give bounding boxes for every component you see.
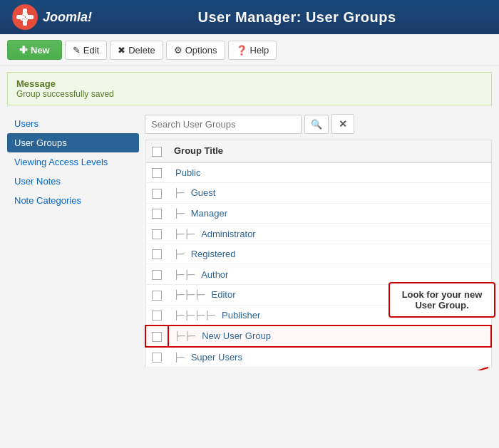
page-title: User Manager: User Groups xyxy=(106,9,488,26)
content-area: 🔍 ✕ Group Title Public├─ G xyxy=(145,111,492,368)
toolbar: ✚ New ✎ Edit ✖ Delete ⚙ Options ❓ Help xyxy=(0,34,499,66)
delete-icon: ✖ xyxy=(118,45,125,56)
callout-box: Look for your new User Group. xyxy=(389,282,495,318)
options-icon: ⚙ xyxy=(174,45,182,56)
tree-prefix: ├─├─ xyxy=(174,229,200,239)
plus-icon: ✚ xyxy=(19,44,28,56)
row-checkbox[interactable] xyxy=(152,168,162,178)
table-header-row: Group Title xyxy=(145,140,491,162)
sidebar-user-groups-label: User Groups xyxy=(14,137,67,148)
main-layout: Users User Groups Viewing Access Levels … xyxy=(7,111,492,368)
message-title: Message xyxy=(16,78,483,89)
table-row: Public xyxy=(145,162,491,183)
table-row: ├─ Guest xyxy=(145,183,491,204)
help-button[interactable]: ❓ Help xyxy=(228,41,277,60)
sidebar-item-viewing-access-levels[interactable]: Viewing Access Levels xyxy=(7,152,139,172)
group-title-link[interactable]: Editor xyxy=(212,289,236,300)
new-button[interactable]: ✚ New xyxy=(7,40,62,60)
group-title-link[interactable]: Manager xyxy=(191,208,227,219)
sidebar-item-users[interactable]: Users xyxy=(7,114,139,133)
sidebar: Users User Groups Viewing Access Levels … xyxy=(7,114,139,368)
table-container: Group Title Public├─ Guest├─ Manager├─├─… xyxy=(145,140,492,368)
tree-prefix: ├─ xyxy=(174,353,190,363)
help-label: Help xyxy=(250,45,269,56)
table-row: ├─├─ New User Group xyxy=(145,325,491,347)
sidebar-user-notes-label: User Notes xyxy=(14,176,61,187)
group-title-link[interactable]: New User Group xyxy=(202,330,271,341)
row-checkbox[interactable] xyxy=(152,209,162,219)
row-checkbox[interactable] xyxy=(152,332,162,342)
table-row: ├─ Manager xyxy=(145,203,491,224)
svg-text:J!: J! xyxy=(20,11,29,23)
tree-prefix: ├─├─├─├─ xyxy=(174,311,220,321)
clear-search-button[interactable]: ✕ xyxy=(331,114,354,134)
tree-prefix: ├─ xyxy=(174,209,190,219)
group-title-link[interactable]: Guest xyxy=(191,187,216,198)
tree-prefix: ├─├─├─ xyxy=(174,290,210,300)
delete-button[interactable]: ✖ Delete xyxy=(110,41,163,60)
group-title-link[interactable]: Author xyxy=(201,269,228,280)
options-label: Options xyxy=(185,45,217,56)
group-title-header: Group Title xyxy=(168,140,491,162)
group-title-link[interactable]: Registered xyxy=(191,249,236,259)
message-text: Group successfully saved xyxy=(16,89,483,99)
row-checkbox[interactable] xyxy=(152,189,162,199)
logo-area: J! Joomla! xyxy=(11,4,92,31)
search-input[interactable] xyxy=(145,115,302,134)
row-checkbox[interactable] xyxy=(152,270,162,280)
sidebar-note-categories-label: Note Categories xyxy=(14,195,81,206)
tree-prefix: ├─├─ xyxy=(175,331,200,341)
select-all-checkbox[interactable] xyxy=(152,147,162,157)
callout-arrow-icon xyxy=(431,368,495,370)
group-title-link[interactable]: Publisher xyxy=(222,310,260,321)
group-title-link[interactable]: Super Users xyxy=(191,352,242,363)
clear-icon: ✕ xyxy=(339,118,347,130)
row-checkbox[interactable] xyxy=(152,353,162,363)
message-box: Message Group successfully saved xyxy=(7,72,492,105)
search-bar: 🔍 ✕ xyxy=(145,114,492,134)
help-icon: ❓ xyxy=(236,45,247,56)
table-row: ├─├─ Administrator xyxy=(145,224,491,244)
row-checkbox[interactable] xyxy=(152,311,162,321)
edit-label: Edit xyxy=(83,45,99,56)
sidebar-viewing-label: Viewing Access Levels xyxy=(14,157,108,167)
header: J! Joomla! User Manager: User Groups xyxy=(0,0,499,34)
group-title-link[interactable]: Public xyxy=(175,167,200,178)
tree-prefix: ├─ xyxy=(174,188,190,198)
groups-table: Group Title Public├─ Guest├─ Manager├─├─… xyxy=(145,140,492,368)
search-button[interactable]: 🔍 xyxy=(304,115,329,134)
row-checkbox[interactable] xyxy=(152,291,162,301)
sidebar-item-note-categories[interactable]: Note Categories xyxy=(7,191,139,210)
delete-label: Delete xyxy=(128,45,155,56)
sidebar-item-user-notes[interactable]: User Notes xyxy=(7,172,139,191)
joomla-logo-icon: J! xyxy=(11,4,38,31)
table-row: ├─ Registered xyxy=(145,244,491,264)
logo-text: Joomla! xyxy=(43,10,92,25)
tree-prefix: ├─ xyxy=(174,249,190,259)
edit-icon: ✎ xyxy=(73,45,81,56)
row-checkbox[interactable] xyxy=(152,249,162,259)
row-checkbox[interactable] xyxy=(152,229,162,239)
search-icon: 🔍 xyxy=(311,119,322,130)
edit-button[interactable]: ✎ Edit xyxy=(65,41,107,60)
callout-text: Look for your new User Group. xyxy=(402,289,483,311)
new-label: New xyxy=(31,45,50,56)
sidebar-item-user-groups[interactable]: User Groups xyxy=(7,133,139,152)
tree-prefix: ├─├─ xyxy=(174,270,200,280)
group-title-link[interactable]: Administrator xyxy=(201,229,256,239)
select-all-header xyxy=(145,140,168,162)
sidebar-users-label: Users xyxy=(14,118,38,129)
options-button[interactable]: ⚙ Options xyxy=(166,41,225,60)
table-row: ├─ Super Users xyxy=(145,347,491,368)
